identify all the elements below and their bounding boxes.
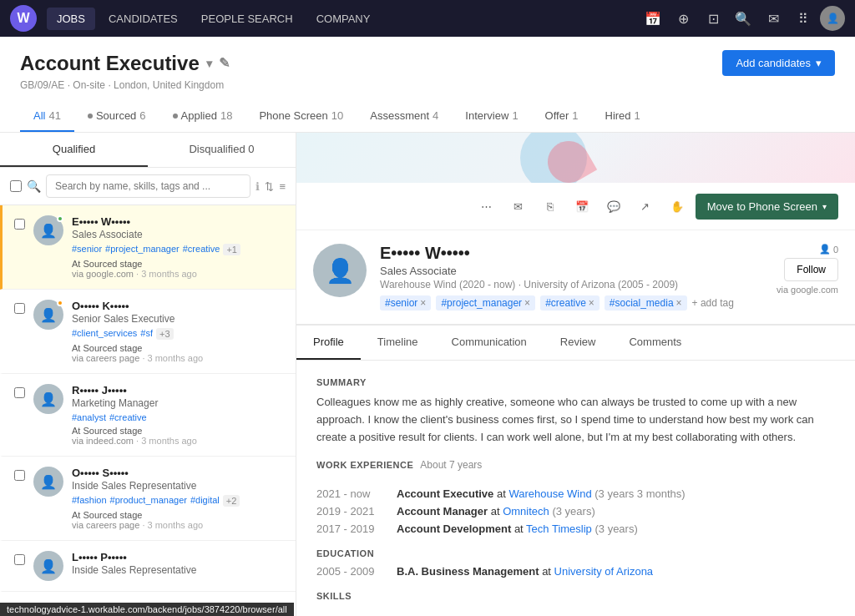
tab-phone-count: 10 <box>331 109 343 122</box>
tag[interactable]: #creative <box>109 412 147 422</box>
tab-interview[interactable]: Interview 1 <box>452 101 531 132</box>
candidate-checkbox[interactable] <box>14 387 25 398</box>
tag-remove-icon[interactable]: × <box>589 297 594 309</box>
chat-button[interactable]: 💬 <box>600 193 627 220</box>
candidate-name: O••••• S••••• <box>72 467 284 479</box>
tag[interactable]: #creative <box>183 244 220 255</box>
candidate-item[interactable]: 👤 E••••• W••••• Sales Associate #senior … <box>0 205 296 290</box>
tag[interactable]: #analyst <box>72 412 106 422</box>
candidate-source: via indeed.com <box>72 436 134 446</box>
email-button[interactable]: ✉ <box>505 193 532 220</box>
tag-remove-icon[interactable]: × <box>420 297 426 309</box>
inbox-icon[interactable]: ⊡ <box>700 5 726 32</box>
applied-dot <box>173 114 178 119</box>
candidate-meta: At Sourced stage via google.com · 3 mont… <box>72 259 284 279</box>
more-options-button[interactable]: ⋯ <box>473 193 500 220</box>
disqualify-button[interactable]: ✋ <box>664 193 691 220</box>
nav-candidates[interactable]: CANDIDATES <box>99 8 188 30</box>
tag[interactable]: #fashion <box>72 495 107 507</box>
edu-detail: B.A. Business Management at University o… <box>397 565 653 578</box>
tab-comments[interactable]: Comments <box>612 326 698 360</box>
tab-assessment[interactable]: Assessment 4 <box>357 101 452 132</box>
tab-all[interactable]: All 41 <box>20 101 74 132</box>
tab-hired[interactable]: Hired 1 <box>592 101 654 132</box>
title-dropdown-icon[interactable]: ▾ <box>206 57 212 70</box>
tab-sourced[interactable]: Sourced 6 <box>74 101 159 132</box>
qualified-tabs: Qualified Disqualified 0 <box>0 133 296 168</box>
move-to-phone-screen-button[interactable]: Move to Phone Screen ▾ <box>696 194 838 220</box>
info-icon[interactable]: ℹ <box>255 180 260 193</box>
tab-offer[interactable]: Offer 1 <box>532 101 592 132</box>
sort-icon[interactable]: ⇅ <box>265 180 274 193</box>
tag[interactable]: #project_manager <box>105 244 180 255</box>
tab-applied-label: Applied <box>181 109 217 122</box>
add-candidates-button[interactable]: Add candidates ▾ <box>722 50 835 76</box>
avatar-icon: 👤 <box>40 307 57 323</box>
candidate-meta: At Sourced stage via careers page · 3 mo… <box>72 343 284 363</box>
tag[interactable]: #senior <box>72 244 102 255</box>
follow-button[interactable]: Follow <box>784 258 838 281</box>
status-dot <box>57 300 63 306</box>
tag[interactable]: #sf <box>140 328 153 340</box>
share-button[interactable]: ↗ <box>632 193 659 220</box>
candidate-item[interactable]: 👤 O••••• S••••• Inside Sales Representat… <box>0 457 296 541</box>
candidate-stage: At Sourced stage <box>72 510 142 520</box>
tab-applied[interactable]: Applied 18 <box>159 101 246 132</box>
tab-phone-screen[interactable]: Phone Screen 10 <box>245 101 357 132</box>
edit-title-icon[interactable]: ✎ <box>219 55 230 71</box>
tab-review[interactable]: Review <box>544 326 613 360</box>
work-company: Tech Timeslip <box>526 523 592 535</box>
copy-button[interactable]: ⎘ <box>537 193 564 220</box>
url-bar: technologyadvice-1.workable.com/backend/… <box>0 603 294 616</box>
filter-icon[interactable]: ≡ <box>279 180 286 193</box>
candidate-item[interactable]: 👤 R••••• J••••• Marketing Manager #analy… <box>0 374 296 457</box>
work-role: Account Development <box>397 523 511 535</box>
select-all-checkbox[interactable] <box>10 180 22 192</box>
candidate-info: O••••• S••••• Inside Sales Representativ… <box>72 467 284 530</box>
candidate-checkbox[interactable] <box>14 219 25 230</box>
nav-jobs[interactable]: JOBS <box>47 8 95 30</box>
tab-profile[interactable]: Profile <box>296 326 361 360</box>
search-bar: 🔍 ℹ ⇅ ≡ <box>0 168 296 205</box>
tag[interactable]: #digital <box>190 495 220 507</box>
nav-people-search[interactable]: PEOPLE SEARCH <box>191 8 303 30</box>
candidate-item[interactable]: 👤 O••••• K••••• Senior Sales Executive #… <box>0 290 296 374</box>
nav-company[interactable]: COMPANY <box>306 8 381 30</box>
tag-remove-icon[interactable]: × <box>524 297 530 309</box>
education-section: EDUCATION 2005 - 2009 B.A. Business Mana… <box>316 548 835 578</box>
candidate-checkbox[interactable] <box>14 470 25 481</box>
tab-timeline[interactable]: Timeline <box>361 326 435 360</box>
candidate-source: via careers page <box>72 353 139 363</box>
candidate-name: E••••• W••••• <box>72 215 284 228</box>
candidates-list-panel: Qualified Disqualified 0 🔍 ℹ ⇅ ≡ 👤 <box>0 133 296 616</box>
candidate-checkbox[interactable] <box>14 554 25 565</box>
disqualified-tab[interactable]: Disqualified 0 <box>148 133 296 167</box>
user-avatar[interactable]: 👤 <box>820 6 845 31</box>
profile-tag[interactable]: #social_media × <box>605 295 687 311</box>
calendar-icon[interactable]: 📅 <box>640 5 666 32</box>
search-input[interactable] <box>46 174 250 198</box>
tag[interactable]: #product_manager <box>110 495 187 507</box>
online-dot <box>57 215 63 222</box>
candidate-item[interactable]: 👤 L••••• P••••• Inside Sales Representat… <box>0 541 296 592</box>
job-subtitle: GB/09/AE · On-site · London, United King… <box>20 79 835 91</box>
calendar-button[interactable]: 📅 <box>569 193 595 220</box>
at-sign-icon[interactable]: ⊕ <box>670 5 696 32</box>
profile-tag[interactable]: #project_manager × <box>436 295 535 311</box>
qualified-tab[interactable]: Qualified <box>0 133 148 167</box>
add-tag-button[interactable]: + add tag <box>692 297 734 309</box>
profile-tag[interactable]: #creative × <box>540 295 600 311</box>
candidate-stage: At Sourced stage <box>72 259 142 269</box>
tag[interactable]: #client_services <box>72 328 137 340</box>
grid-icon[interactable]: ⠿ <box>790 5 817 32</box>
mail-icon[interactable]: ✉ <box>760 5 787 32</box>
profile-tag[interactable]: #senior × <box>380 295 431 311</box>
logo[interactable]: W <box>10 5 37 32</box>
search-icon[interactable]: 🔍 <box>730 5 756 32</box>
edu-item: 2005 - 2009 B.A. Business Management at … <box>316 565 835 578</box>
tab-hired-label: Hired <box>605 109 631 122</box>
candidate-header: ⋯ ✉ ⎘ 📅 💬 ↗ ✋ Move to Phone Screen ▾ 👤 E… <box>296 133 855 325</box>
candidate-checkbox[interactable] <box>14 303 25 314</box>
tag-remove-icon[interactable]: × <box>676 297 682 309</box>
tab-communication[interactable]: Communication <box>435 326 544 360</box>
